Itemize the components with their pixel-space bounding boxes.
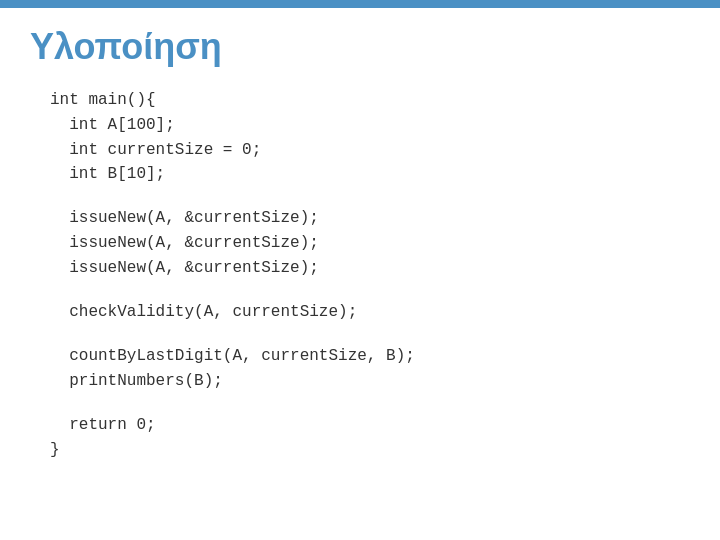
code-line: } (50, 438, 690, 463)
code-line: issueNew(A, &currentSize); (50, 231, 690, 256)
code-line: int A[100]; (50, 113, 690, 138)
accent-bar (0, 0, 720, 8)
code-block: int main(){ int A[100]; int currentSize … (0, 78, 720, 472)
title-area: Υλοποίηση (0, 8, 720, 78)
code-line: int B[10]; (50, 162, 690, 187)
code-blank-line (50, 187, 690, 206)
code-line: int currentSize = 0; (50, 138, 690, 163)
code-line: checkValidity(A, currentSize); (50, 300, 690, 325)
code-line: issueNew(A, &currentSize); (50, 206, 690, 231)
code-line: printNumbers(B); (50, 369, 690, 394)
code-line: issueNew(A, &currentSize); (50, 256, 690, 281)
code-line: int main(){ (50, 88, 690, 113)
page-title: Υλοποίηση (30, 26, 222, 67)
code-blank-line (50, 325, 690, 344)
code-blank-line (50, 281, 690, 300)
code-line: return 0; (50, 413, 690, 438)
code-blank-line (50, 394, 690, 413)
code-line: countByLastDigit(A, currentSize, B); (50, 344, 690, 369)
